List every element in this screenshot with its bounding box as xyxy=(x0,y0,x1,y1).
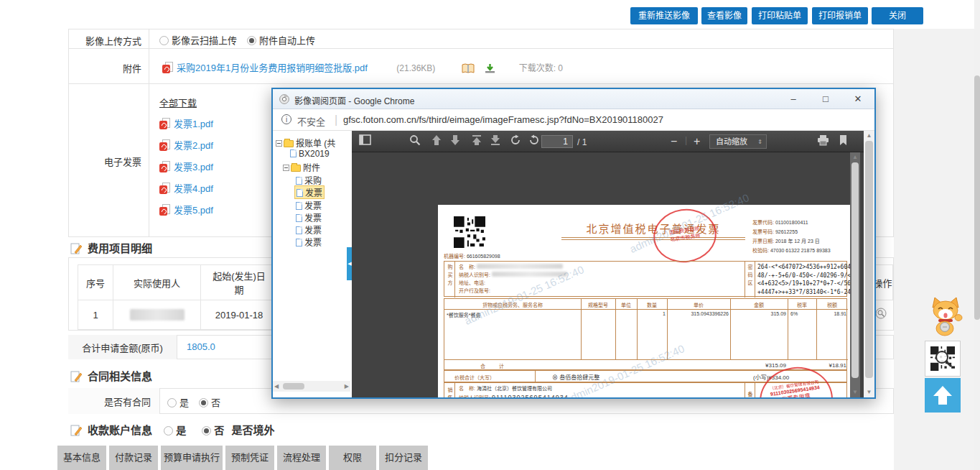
close-button[interactable]: 关闭 xyxy=(872,7,923,24)
einvoice-item: 发票4.pdf xyxy=(159,181,213,203)
pdf-file-icon xyxy=(159,183,170,194)
last-page-icon[interactable] xyxy=(490,134,504,149)
invoice-3-link[interactable]: 发票3.pdf xyxy=(174,162,213,172)
pdf-page-total: / 1 xyxy=(577,137,587,147)
tree-node-purchase[interactable]: 采购 xyxy=(296,174,322,186)
first-page-icon[interactable] xyxy=(471,134,485,149)
einvoice-label: 电子发票 xyxy=(68,155,141,168)
attachment-size: (21.36KB) xyxy=(396,63,435,73)
folder-icon xyxy=(291,165,301,172)
chrome-favicon xyxy=(279,94,289,107)
tree-node-bx[interactable]: BX2019 xyxy=(290,149,330,159)
pdf-scrollbar[interactable]: ▲ ▼ xyxy=(850,152,860,397)
pdf-scroll-thumb[interactable] xyxy=(851,162,859,378)
tab-basic-info[interactable]: 基本信息 xyxy=(57,446,106,470)
popup-scroll-thumb[interactable] xyxy=(865,141,873,378)
zoom-mode-select[interactable]: 自动缩放 ⇕ xyxy=(709,134,767,149)
next-page-icon[interactable] xyxy=(449,134,464,149)
tree-node-bill[interactable]: 报账单 (共 xyxy=(276,137,335,149)
popup-scrollbar[interactable]: ▲ ▼ xyxy=(864,131,874,397)
zoom-in-icon[interactable]: + xyxy=(694,135,700,148)
repush-image-button[interactable]: 重新推送影像 xyxy=(630,7,698,24)
expense-section-header: 费用项目明细 xyxy=(70,240,152,257)
rotate-ccw-icon[interactable] xyxy=(528,134,543,149)
contract-yes-radio[interactable] xyxy=(167,398,177,407)
invoice-4-link[interactable]: 发票4.pdf xyxy=(174,183,213,194)
account-section-header: 收款账户信息 是 否 是否境外 xyxy=(70,422,275,438)
tree-hscrollbar[interactable]: ◀ ▶ xyxy=(273,381,350,392)
account-no-label: 否 xyxy=(214,425,224,436)
close-window-button[interactable]: ✕ xyxy=(843,89,873,109)
tree-node-invoice[interactable]: 发票 xyxy=(296,199,322,211)
sidebar-toggle-icon[interactable] xyxy=(359,134,373,149)
contract-yes-label: 是 xyxy=(179,397,189,408)
cell-date: 2019-01-18 xyxy=(200,300,278,330)
cloud-scan-radio[interactable] xyxy=(159,36,169,45)
magnifier-overlay-icon xyxy=(934,349,953,368)
tree-hscroll-thumb[interactable] xyxy=(283,383,304,390)
search-icon[interactable] xyxy=(409,134,424,149)
prev-page-icon[interactable] xyxy=(431,134,445,149)
invoice-meta: 发票代码: 011001800411 发票号码: 92612255 开票日期: … xyxy=(752,218,831,255)
tab-permission[interactable]: 权限 xyxy=(329,446,376,470)
pdf-viewer: / 1 − | + 自动缩放 ⇕ 机器编号: xyxy=(352,131,864,397)
url-separator: | xyxy=(335,114,337,126)
tree-node-invoice[interactable]: 发票 xyxy=(296,211,322,224)
security-label: 不安全 xyxy=(297,114,325,128)
contract-section-header: 合同相关信息 xyxy=(70,368,152,384)
attachment-file-link[interactable]: 采购2019年1月份业务费用报销明细签批版.pdf xyxy=(177,63,368,73)
invoice-5-link[interactable]: 发票5.pdf xyxy=(174,205,213,216)
overseas-label: 是否境外 xyxy=(232,424,275,436)
account-no-radio[interactable] xyxy=(202,426,211,436)
tab-deduction[interactable]: 扣分记录 xyxy=(379,446,428,470)
expense-total-label: 合计申请金额(原币) xyxy=(68,335,177,359)
einvoice-item: 发票3.pdf xyxy=(159,160,213,181)
print-paste-button[interactable]: 打印粘贴单 xyxy=(752,7,808,24)
download-icon[interactable] xyxy=(485,63,495,77)
address-bar[interactable]: i 不安全 | gfsc.foton.com.cn/fs/third/eimag… xyxy=(273,109,874,131)
window-titlebar[interactable]: 影像调阅页面 - Google Chrome – □ ✕ xyxy=(273,89,874,109)
col-op: 操作 xyxy=(873,264,893,300)
rotate-cw-icon[interactable] xyxy=(510,134,524,149)
info-icon[interactable]: i xyxy=(281,114,291,124)
collapse-icon[interactable] xyxy=(283,165,289,171)
page-scrollbar-thumb[interactable] xyxy=(974,75,980,320)
tree-node-invoice[interactable]: 发票 xyxy=(296,224,322,236)
collapse-icon[interactable] xyxy=(276,140,282,147)
preview-book-icon[interactable] xyxy=(462,63,475,77)
view-image-button[interactable]: 查看影像 xyxy=(701,7,747,24)
tree-node-invoice[interactable]: 发票 xyxy=(296,236,322,248)
tab-voucher[interactable]: 预制凭证 xyxy=(225,446,274,470)
document-icon xyxy=(296,202,302,210)
print-icon[interactable] xyxy=(817,134,831,149)
bookmark-icon[interactable] xyxy=(839,134,853,149)
invoice-1-link[interactable]: 发票1.pdf xyxy=(174,119,213,129)
zoom-out-icon[interactable]: − xyxy=(671,135,677,148)
tree-node-invoice-selected[interactable]: 发票 xyxy=(294,185,325,199)
maximize-button[interactable]: □ xyxy=(811,89,841,109)
scroll-right-arrow[interactable]: ▶ xyxy=(345,383,349,390)
download-count: 下载次数: 0 xyxy=(519,63,563,73)
pdf-page-input[interactable] xyxy=(541,135,573,148)
document-icon xyxy=(296,239,302,246)
back-to-top-button[interactable] xyxy=(925,378,961,413)
contract-no-radio[interactable] xyxy=(199,398,208,407)
pdf-file-icon xyxy=(159,204,170,216)
qr-zoom-widget[interactable] xyxy=(925,341,961,377)
account-yes-label: 是 xyxy=(176,425,186,436)
tab-payment-record[interactable]: 付款记录 xyxy=(109,446,158,470)
row-zoom-icon[interactable] xyxy=(875,308,887,323)
account-yes-radio[interactable] xyxy=(164,426,173,436)
document-tree-panel: 报账单 (共 BX2019 附件 采购 发票 发票 发票 发票 发票 ◀ ▶ xyxy=(273,131,352,397)
scroll-left-arrow[interactable]: ◀ xyxy=(274,383,279,390)
auto-attach-label: 附件自动上传 xyxy=(259,35,315,46)
minimize-button[interactable]: – xyxy=(778,89,808,109)
tree-node-attach[interactable]: 附件 xyxy=(283,161,320,173)
pdf-toolbar xyxy=(352,131,864,152)
tab-budget-table[interactable]: 预算申请执行表 xyxy=(161,446,223,470)
print-expense-button[interactable]: 打印报销单 xyxy=(812,7,868,24)
auto-attach-radio[interactable] xyxy=(247,36,256,45)
tab-process[interactable]: 流程处理 xyxy=(277,446,326,470)
download-all-link[interactable]: 全部下载 xyxy=(159,96,197,109)
invoice-2-link[interactable]: 发票2.pdf xyxy=(174,140,213,151)
